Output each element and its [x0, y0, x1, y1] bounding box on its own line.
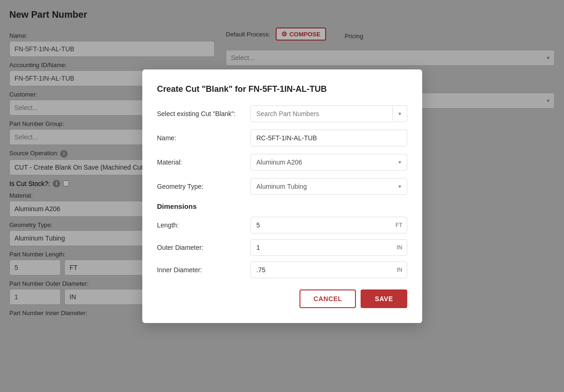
- search-part-numbers-select[interactable]: ▾: [251, 105, 407, 122]
- modal-length-input[interactable]: [251, 217, 407, 234]
- modal-inner-diameter-wrapper: IN: [251, 261, 407, 278]
- modal-length-row: Length: FT: [157, 217, 407, 234]
- modal-overlay: Create Cut "Blank" for FN-5FT-1IN-AL-TUB…: [0, 0, 564, 392]
- dimensions-section: Dimensions Length: FT Outer Diameter: IN: [157, 202, 407, 278]
- modal-dialog: Create Cut "Blank" for FN-5FT-1IN-AL-TUB…: [142, 69, 422, 323]
- search-chevron-icon[interactable]: ▾: [392, 107, 407, 121]
- modal-inner-diameter-unit: IN: [397, 267, 403, 273]
- modal-material-label: Material:: [157, 158, 251, 166]
- modal-length-wrapper: FT: [251, 217, 407, 234]
- modal-material-chevron-icon: ▾: [398, 159, 401, 165]
- modal-outer-diameter-row: Outer Diameter: IN: [157, 239, 407, 256]
- modal-length-label: Length:: [157, 221, 251, 229]
- modal-geometry-type-value: Aluminum Tubing: [257, 183, 307, 190]
- modal-geometry-type-row: Geometry Type: Aluminum Tubing ▾: [157, 178, 407, 195]
- modal-name-row: Name:: [157, 130, 407, 146]
- modal-material-row: Material: Aluminum A206 ▾: [157, 154, 407, 171]
- modal-inner-diameter-input[interactable]: [251, 261, 407, 278]
- modal-outer-diameter-unit: IN: [397, 244, 403, 251]
- save-button[interactable]: SAVE: [361, 289, 407, 308]
- modal-geometry-type-label: Geometry Type:: [157, 183, 251, 190]
- search-part-numbers-input[interactable]: [251, 106, 392, 122]
- modal-name-label: Name:: [157, 134, 251, 142]
- modal-title: Create Cut "Blank" for FN-5FT-1IN-AL-TUB: [157, 84, 407, 94]
- cancel-button[interactable]: CANCEL: [299, 289, 356, 308]
- modal-material-value: Aluminum A206: [257, 158, 302, 166]
- modal-outer-diameter-input[interactable]: [251, 239, 407, 256]
- modal-inner-diameter-label: Inner Diameter:: [157, 266, 251, 274]
- modal-inner-diameter-row: Inner Diameter: IN: [157, 261, 407, 278]
- modal-material-select[interactable]: Aluminum A206 ▾: [251, 154, 407, 171]
- modal-outer-diameter-label: Outer Diameter:: [157, 244, 251, 251]
- modal-outer-diameter-wrapper: IN: [251, 239, 407, 256]
- modal-footer: CANCEL SAVE: [157, 289, 407, 308]
- select-existing-label: Select existing Cut "Blank":: [157, 110, 251, 117]
- modal-length-unit: FT: [396, 222, 403, 228]
- select-existing-row: Select existing Cut "Blank": ▾: [157, 105, 407, 122]
- modal-geometry-type-select[interactable]: Aluminum Tubing ▾: [251, 178, 407, 195]
- dimensions-title: Dimensions: [157, 202, 407, 210]
- modal-name-input[interactable]: [251, 130, 407, 146]
- modal-geometry-type-chevron-icon: ▾: [398, 183, 401, 190]
